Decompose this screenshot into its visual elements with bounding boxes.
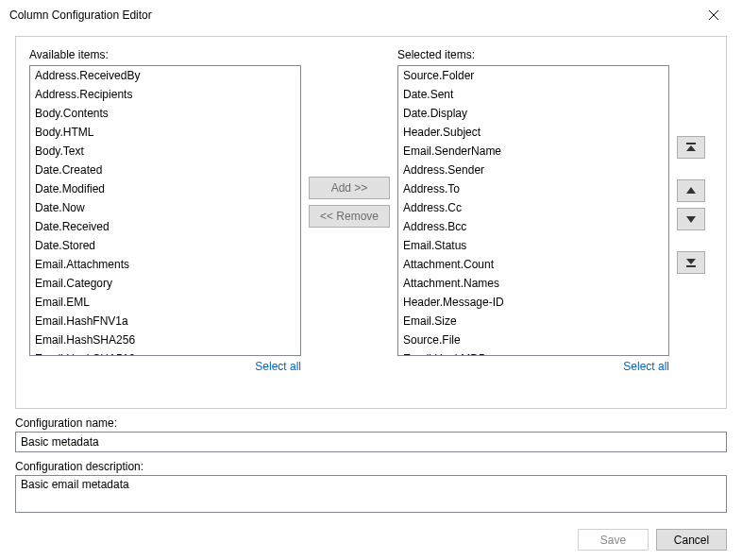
- selected-listbox[interactable]: Source.FolderDate.SentDate.DisplayHeader…: [397, 65, 669, 356]
- available-listbox[interactable]: Address.ReceivedByAddress.RecipientsBody…: [29, 65, 301, 356]
- config-name-block: Configuration name:: [15, 416, 727, 452]
- list-item[interactable]: Date.Display: [398, 104, 668, 123]
- list-item[interactable]: Email.Attachments: [30, 255, 300, 274]
- window-title: Column Configuration Editor: [9, 8, 152, 22]
- list-item[interactable]: Address.To: [398, 179, 668, 198]
- config-desc-input[interactable]: [15, 475, 727, 513]
- list-item[interactable]: Source.Folder: [398, 66, 668, 85]
- list-item[interactable]: Date.Now: [30, 198, 300, 217]
- list-item[interactable]: Address.Sender: [398, 161, 668, 179]
- list-item[interactable]: Email.HashSHA512: [30, 349, 300, 356]
- move-bottom-button[interactable]: [677, 251, 705, 274]
- list-item[interactable]: Email.SenderName: [398, 142, 668, 161]
- available-label: Available items:: [29, 48, 301, 61]
- list-item[interactable]: Email.Category: [30, 274, 300, 293]
- move-bottom-icon: [685, 257, 697, 268]
- list-item[interactable]: Date.Created: [30, 161, 300, 179]
- available-select-all[interactable]: Select all: [255, 360, 301, 373]
- svg-marker-4: [686, 187, 696, 194]
- selected-select-all[interactable]: Select all: [623, 360, 669, 373]
- selected-label: Selected items:: [397, 48, 669, 61]
- list-item[interactable]: Address.Cc: [398, 198, 668, 217]
- list-item[interactable]: Body.Text: [30, 142, 300, 161]
- list-item[interactable]: Header.Message-ID: [398, 293, 668, 312]
- svg-rect-2: [686, 143, 696, 144]
- list-item[interactable]: Email.Size: [398, 312, 668, 331]
- svg-marker-5: [686, 216, 696, 223]
- list-item[interactable]: Attachment.Names: [398, 274, 668, 293]
- dialog-button-row: Save Cancel: [15, 529, 727, 551]
- list-item[interactable]: Date.Modified: [30, 179, 300, 198]
- list-item[interactable]: Email.Status: [398, 236, 668, 255]
- move-up-button[interactable]: [677, 179, 705, 202]
- config-desc-label: Configuration description:: [15, 460, 727, 473]
- title-bar: Column Configuration Editor: [0, 0, 742, 30]
- list-item[interactable]: Email.EML: [30, 293, 300, 312]
- remove-button[interactable]: << Remove: [309, 205, 390, 228]
- list-item[interactable]: Date.Sent: [398, 85, 668, 104]
- list-item[interactable]: Body.Contents: [30, 104, 300, 123]
- list-item[interactable]: Address.Recipients: [30, 85, 300, 104]
- svg-marker-6: [686, 259, 696, 264]
- save-button[interactable]: Save: [578, 529, 649, 551]
- list-item[interactable]: Email.HashSHA256: [30, 331, 300, 349]
- svg-marker-3: [686, 145, 696, 151]
- move-down-button[interactable]: [677, 208, 705, 230]
- list-item[interactable]: Date.Received: [30, 217, 300, 236]
- move-down-icon: [685, 214, 697, 224]
- list-item[interactable]: Attachment.Count: [398, 255, 668, 274]
- list-item[interactable]: Header.Subject: [398, 123, 668, 142]
- list-item[interactable]: Body.HTML: [30, 123, 300, 142]
- add-button[interactable]: Add >>: [309, 177, 390, 199]
- list-item[interactable]: Source.File: [398, 331, 668, 349]
- close-button[interactable]: [695, 3, 733, 27]
- list-item[interactable]: Email.HashMD5: [398, 349, 668, 356]
- config-name-input[interactable]: [15, 432, 727, 452]
- move-up-icon: [685, 186, 697, 195]
- move-top-icon: [685, 142, 697, 153]
- list-item[interactable]: Address.ReceivedBy: [30, 66, 300, 85]
- move-top-button[interactable]: [677, 136, 705, 159]
- cancel-button[interactable]: Cancel: [656, 529, 727, 551]
- config-desc-block: Configuration description:: [15, 460, 727, 516]
- list-item[interactable]: Date.Stored: [30, 236, 300, 255]
- list-item[interactable]: Address.Bcc: [398, 217, 668, 236]
- config-name-label: Configuration name:: [15, 416, 727, 430]
- list-item[interactable]: Email.HashFNV1a: [30, 312, 300, 331]
- lists-panel: Available items: Address.ReceivedByAddre…: [15, 36, 727, 409]
- svg-rect-7: [686, 265, 696, 267]
- close-icon: [709, 10, 719, 21]
